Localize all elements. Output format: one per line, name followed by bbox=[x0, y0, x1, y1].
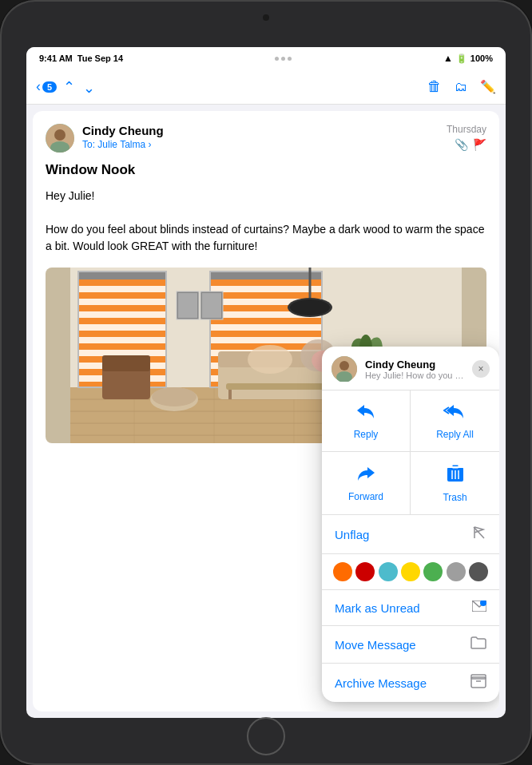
close-icon: × bbox=[478, 363, 483, 375]
reply-all-button[interactable]: Reply All bbox=[411, 390, 499, 452]
svg-rect-19 bbox=[78, 305, 166, 311]
color-dark[interactable] bbox=[469, 562, 488, 581]
popup-preview: Hey Julie! How do you feel ab... bbox=[365, 371, 464, 380]
svg-rect-34 bbox=[210, 272, 322, 279]
status-date: Tue Sep 14 bbox=[77, 54, 123, 63]
nav-up-arrow[interactable]: ⌃ bbox=[60, 78, 78, 96]
sender-name: Cindy Cheung bbox=[82, 124, 164, 137]
svg-rect-43 bbox=[210, 331, 322, 337]
trash-button-popup[interactable]: Trash bbox=[411, 452, 499, 514]
toolbar-right: 🗑 🗂 ✏️ bbox=[427, 78, 496, 95]
popup-close-button[interactable]: × bbox=[472, 360, 490, 378]
home-button[interactable] bbox=[247, 717, 285, 755]
color-red[interactable] bbox=[355, 562, 375, 581]
move-message-row[interactable]: Move Message bbox=[322, 626, 499, 664]
forward-label: Forward bbox=[348, 491, 383, 502]
ipad-frame: 9:41 AM Tue Sep 14 ▲ 🔋 100% ‹ 5 bbox=[0, 0, 532, 765]
action-grid: Reply Reply All bbox=[322, 390, 499, 515]
popup-sender-name: Cindy Cheung bbox=[365, 359, 464, 371]
svg-rect-35 bbox=[210, 279, 322, 286]
archive-message-row[interactable]: Archive Message bbox=[322, 664, 499, 702]
svg-rect-65 bbox=[102, 355, 150, 371]
sender-details: Cindy Cheung To: Julie Talma › bbox=[82, 124, 164, 150]
reply-label: Reply bbox=[354, 429, 379, 440]
svg-point-55 bbox=[290, 299, 330, 315]
archive-message-label: Archive Message bbox=[335, 676, 427, 690]
sender-to[interactable]: To: Julie Talma › bbox=[82, 139, 164, 150]
attachment-icon: 📎 bbox=[455, 138, 468, 151]
reply-button[interactable]: Reply bbox=[322, 390, 411, 452]
svg-rect-72 bbox=[178, 293, 197, 318]
svg-rect-42 bbox=[210, 324, 322, 331]
svg-rect-18 bbox=[78, 299, 166, 305]
dot2 bbox=[281, 57, 285, 61]
svg-rect-14 bbox=[78, 272, 166, 279]
unread-badge: 5 bbox=[42, 81, 57, 93]
svg-point-76 bbox=[152, 387, 197, 406]
svg-rect-21 bbox=[78, 318, 166, 324]
folder-icon bbox=[470, 636, 486, 652]
mark-unread-label: Mark as Unread bbox=[335, 601, 420, 615]
svg-rect-25 bbox=[78, 343, 166, 350]
popup-avatar bbox=[332, 356, 357, 382]
toolbar-left: ‹ 5 ⌃ ⌃ bbox=[36, 78, 98, 96]
forward-button[interactable]: Forward bbox=[322, 452, 411, 514]
dot3 bbox=[288, 57, 292, 61]
unflag-label: Unflag bbox=[335, 528, 369, 541]
battery-percent: 100% bbox=[470, 54, 493, 63]
mark-unread-icon bbox=[472, 601, 486, 615]
trash-label: Trash bbox=[443, 492, 466, 503]
color-gray[interactable] bbox=[447, 562, 466, 581]
compose-button[interactable]: ✏️ bbox=[480, 79, 496, 94]
mark-unread-row[interactable]: Mark as Unread bbox=[322, 590, 499, 626]
action-popup: Cindy Cheung Hey Julie! How do you feel … bbox=[322, 347, 499, 702]
svg-rect-23 bbox=[78, 331, 166, 337]
archive-icon bbox=[470, 674, 486, 692]
svg-rect-26 bbox=[78, 350, 166, 356]
email-meta: Thursday 📎 🚩 bbox=[447, 124, 486, 151]
reply-all-icon bbox=[443, 402, 467, 424]
chevron-left-icon: ‹ bbox=[36, 78, 41, 95]
forward-icon bbox=[355, 464, 376, 486]
svg-point-78 bbox=[339, 361, 349, 371]
svg-rect-24 bbox=[78, 337, 166, 343]
toolbar: ‹ 5 ⌃ ⌃ 🗑 🗂 ✏️ bbox=[26, 69, 506, 105]
popup-header: Cindy Cheung Hey Julie! How do you feel … bbox=[322, 347, 499, 390]
back-button[interactable]: ‹ 5 bbox=[36, 78, 57, 95]
svg-rect-16 bbox=[78, 286, 166, 292]
svg-rect-37 bbox=[210, 292, 322, 299]
front-camera bbox=[263, 14, 269, 21]
svg-rect-20 bbox=[78, 311, 166, 318]
email-subject: Window Nook bbox=[46, 162, 486, 178]
email-action-icons: 📎 🚩 bbox=[447, 138, 486, 151]
svg-rect-41 bbox=[210, 318, 322, 324]
unflag-row[interactable]: Unflag bbox=[322, 515, 499, 554]
unflag-icon bbox=[472, 525, 486, 543]
folder-button[interactable]: 🗂 bbox=[455, 80, 467, 94]
svg-rect-44 bbox=[210, 337, 322, 343]
wifi-icon: ▲ bbox=[443, 53, 453, 64]
color-yellow[interactable] bbox=[401, 562, 420, 581]
reply-all-label: Reply All bbox=[436, 429, 474, 440]
move-message-label: Move Message bbox=[335, 638, 416, 652]
color-orange[interactable] bbox=[333, 562, 352, 581]
nav-arrows: ⌃ ⌃ bbox=[60, 78, 98, 96]
svg-rect-61 bbox=[226, 383, 330, 390]
battery-icon: 🔋 bbox=[456, 54, 467, 64]
color-teal[interactable] bbox=[379, 562, 398, 581]
trash-button[interactable]: 🗑 bbox=[427, 78, 442, 95]
status-right: ▲ 🔋 100% bbox=[443, 53, 493, 64]
svg-rect-15 bbox=[78, 279, 166, 286]
sender-info: Cindy Cheung To: Julie Talma › bbox=[46, 124, 164, 153]
flag-icon: 🚩 bbox=[473, 138, 486, 151]
ipad-screen: 9:41 AM Tue Sep 14 ▲ 🔋 100% ‹ 5 bbox=[26, 47, 506, 718]
svg-rect-74 bbox=[202, 293, 221, 318]
svg-rect-36 bbox=[210, 286, 322, 292]
svg-point-1 bbox=[54, 129, 66, 141]
nav-down-arrow[interactable]: ⌃ bbox=[80, 78, 98, 96]
color-picker-row bbox=[322, 554, 499, 590]
status-time: 9:41 AM bbox=[39, 54, 73, 63]
color-green[interactable] bbox=[423, 562, 443, 581]
svg-rect-17 bbox=[78, 292, 166, 299]
status-left: 9:41 AM Tue Sep 14 bbox=[39, 54, 123, 63]
